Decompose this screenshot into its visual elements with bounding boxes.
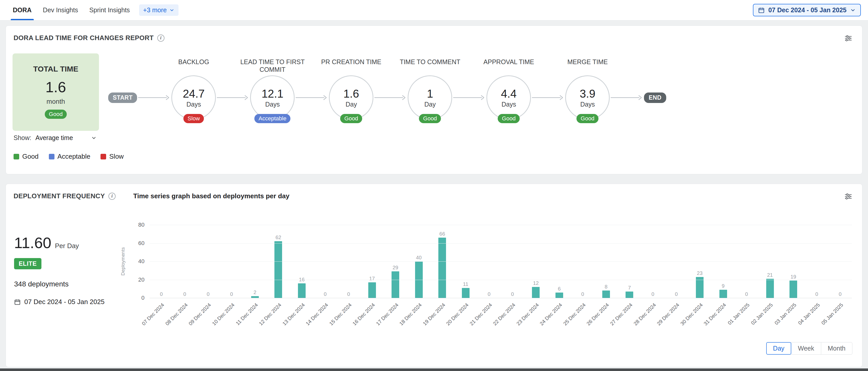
bar[interactable]: [274, 241, 282, 298]
bar[interactable]: [766, 279, 774, 298]
legend-label: Acceptable: [58, 153, 91, 161]
stage-unit: Days: [580, 101, 595, 108]
flow-arrow-icon: [374, 95, 407, 101]
info-icon[interactable]: i: [157, 34, 164, 42]
bar-value-label: 62: [275, 235, 281, 240]
card-title: DEPLOYMENT FREQUENCY: [13, 192, 105, 200]
granularity-day[interactable]: Day: [766, 342, 791, 355]
show-row: Show: Average time: [13, 134, 97, 141]
bar[interactable]: [462, 288, 469, 298]
bar-value-label: 7: [628, 285, 631, 291]
stage-value: 3.9: [580, 88, 595, 100]
total-time-unit: month: [46, 98, 65, 105]
stage-merge-time: MERGE TIME3.9DaysGood: [565, 75, 610, 120]
chart-xlabels: 07 Dec 202408 Dec 202409 Dec 202410 Dec …: [150, 301, 852, 334]
bar[interactable]: [368, 282, 376, 298]
bar[interactable]: [602, 291, 610, 298]
start-pill: START: [108, 93, 137, 103]
bar-value-label: 0: [347, 291, 350, 297]
total-status-badge: Good: [45, 110, 67, 119]
status-badge: Acceptable: [254, 114, 290, 123]
show-metric-value: Average time: [35, 134, 73, 141]
tab-dora[interactable]: DORA: [7, 0, 37, 20]
legend-swatch: [49, 154, 55, 160]
legend-item-acceptable: Acceptable: [49, 153, 91, 161]
show-label: Show:: [13, 134, 31, 141]
stage-label: LEAD TIME TO FIRST COMMIT: [233, 58, 312, 73]
chevron-down-icon: [91, 135, 97, 141]
show-metric-dropdown[interactable]: Average time: [35, 134, 97, 141]
total-deployments: 348 deployments: [14, 280, 68, 288]
stage-circle: 3.9DaysGood: [565, 75, 610, 120]
chart-yaxis: 020406080: [130, 225, 145, 298]
stage-circle: 1DayGood: [408, 75, 452, 120]
flow-arrow-icon: [610, 95, 644, 101]
bar[interactable]: [251, 296, 259, 298]
status-badge: Good: [419, 114, 441, 123]
tab-dev-insights[interactable]: Dev Insights: [37, 0, 84, 20]
info-icon[interactable]: i: [108, 193, 116, 200]
gridline: [150, 225, 852, 225]
bar[interactable]: [392, 271, 399, 298]
bar-value-label: 0: [745, 291, 748, 297]
lead-time-card: DORA LEAD TIME FOR CHANGES REPORT i TOTA…: [6, 26, 862, 174]
bar-value-label: 23: [697, 270, 703, 276]
gridline: [150, 298, 852, 298]
flow-arrow-icon: [531, 95, 565, 101]
chart-settings-button[interactable]: [843, 191, 854, 201]
bar[interactable]: [625, 292, 633, 298]
bar[interactable]: [298, 283, 306, 298]
bar-value-label: 11: [463, 281, 468, 287]
granularity-week[interactable]: Week: [791, 342, 821, 355]
rate-unit: Per Day: [55, 242, 79, 250]
deployment-rate: 11.60 Per Day: [14, 234, 79, 252]
status-badge: Slow: [184, 114, 204, 123]
bar-value-label: 0: [160, 291, 163, 297]
bar-value-label: 0: [183, 291, 186, 297]
date-range-picker[interactable]: 07 Dec 2024 - 05 Jan 2025: [753, 4, 861, 16]
stage-value: 1: [427, 88, 433, 100]
stage-unit: Day: [424, 101, 436, 108]
bar[interactable]: [556, 293, 563, 298]
stage-label: BACKLOG: [154, 58, 233, 66]
bar-value-label: 2: [253, 290, 256, 295]
stage-approval-time: APPROVAL TIME4.4DaysGood: [487, 75, 531, 120]
chart-settings-button[interactable]: [843, 33, 854, 43]
total-time-box: TOTAL TIME 1.6 month Good: [12, 54, 99, 131]
chart-subtitle: Time series graph based on deployments p…: [133, 192, 289, 200]
y-tick-label: 40: [130, 258, 145, 265]
flow-arrow-icon: [137, 95, 171, 101]
calendar-icon: [14, 299, 21, 305]
bar[interactable]: [438, 238, 446, 298]
bar-value-label: 0: [511, 291, 514, 297]
bar[interactable]: [789, 280, 797, 298]
bar-value-label: 0: [839, 291, 842, 297]
stage-unit: Days: [186, 101, 201, 108]
y-tick-label: 0: [130, 295, 145, 301]
y-tick-label: 60: [130, 240, 145, 246]
tier-badge: ELITE: [14, 258, 41, 269]
x-tick-label: 07 Dec 2024: [141, 302, 165, 327]
bar-value-label: 0: [488, 291, 491, 297]
gridline: [150, 261, 852, 262]
status-badge: Good: [498, 114, 520, 123]
total-time-label: TOTAL TIME: [33, 65, 79, 73]
bar-value-label: 29: [393, 265, 398, 271]
tab-sprint-insights[interactable]: Sprint Insights: [84, 0, 135, 20]
bar-value-label: 0: [230, 291, 233, 297]
nav-tabs: DORADev InsightsSprint Insights: [7, 0, 135, 20]
deployment-chart: Deployments 020406080 000026216001729406…: [116, 222, 852, 336]
bar-value-label: 19: [790, 274, 796, 280]
y-axis-title: Deployments: [120, 247, 126, 276]
sliders-icon: [844, 192, 852, 200]
bar[interactable]: [696, 277, 704, 298]
flow-arrow-icon: [295, 95, 329, 101]
more-tabs-button[interactable]: +3 more: [139, 4, 179, 16]
bar[interactable]: [532, 287, 539, 298]
y-tick-label: 80: [130, 222, 145, 228]
stage-value: 12.1: [261, 88, 284, 100]
bar[interactable]: [719, 290, 727, 298]
granularity-month[interactable]: Month: [821, 342, 852, 355]
legend-item-slow: Slow: [100, 153, 124, 161]
stage-circle: 1.6DayGood: [329, 75, 373, 120]
